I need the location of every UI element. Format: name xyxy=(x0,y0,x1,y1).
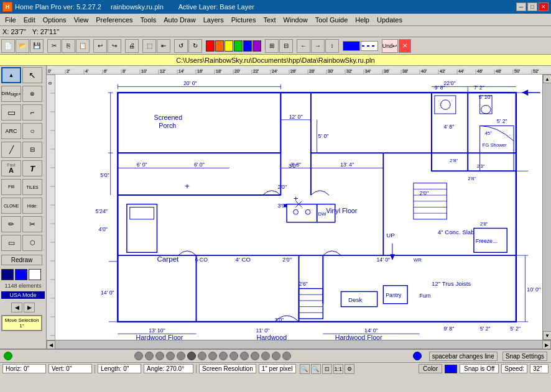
undo-button[interactable]: ↩ xyxy=(93,39,107,53)
move-selection-button[interactable]: Move Selection 1" xyxy=(1,315,42,331)
select-all-button[interactable]: ⊞ xyxy=(265,39,279,53)
redraw-btn[interactable]: Redraw xyxy=(1,255,45,265)
snap-dot-10[interactable] xyxy=(229,352,238,360)
nav-left[interactable]: ◀ xyxy=(11,303,22,312)
tool-fill[interactable]: Fill xyxy=(1,179,21,195)
snap-dot-9[interactable] xyxy=(219,352,228,360)
scroll-left-button[interactable]: ◀ xyxy=(47,340,55,349)
scroll-track-horizontal[interactable] xyxy=(55,340,542,349)
snap-dot-1[interactable] xyxy=(134,352,143,360)
redo-button[interactable]: ↪ xyxy=(108,39,121,53)
menu-layers[interactable]: Layers xyxy=(200,15,228,25)
tool-line2[interactable]: ⊟ xyxy=(22,142,42,158)
tool-text-fast[interactable]: Fast A xyxy=(1,160,21,176)
scroll-up-button[interactable]: ▲ xyxy=(543,75,551,83)
tool-snap[interactable]: ⊕ xyxy=(22,86,42,102)
color-purple[interactable] xyxy=(252,40,261,52)
tool-line[interactable]: ╱ xyxy=(1,142,21,158)
snap-dot-4[interactable] xyxy=(166,352,175,360)
usa-mode-btn[interactable]: USA Mode xyxy=(1,291,45,299)
snap-settings-btn2[interactable]: Snap Settings xyxy=(502,352,547,361)
menu-tools[interactable]: Tools xyxy=(137,15,160,25)
rotate-right-button[interactable]: ↻ xyxy=(188,39,202,53)
line-dashed[interactable] xyxy=(361,41,378,51)
horizontal-scrollbar[interactable]: ◀ ▶ xyxy=(47,340,551,349)
paste-button[interactable]: 📋 xyxy=(76,39,90,53)
tool-text-bold[interactable]: T xyxy=(22,160,42,176)
color-red[interactable] xyxy=(206,40,215,52)
snap-dot-5[interactable] xyxy=(177,352,185,360)
menu-view[interactable]: View xyxy=(70,15,93,25)
snap-blue-dot[interactable] xyxy=(413,352,422,360)
tool-hide[interactable]: Hide: xyxy=(22,198,42,214)
color-yellow[interactable] xyxy=(225,40,233,52)
vertical-scrollbar[interactable]: ▲ ▼ xyxy=(542,75,551,340)
zoom-prev-button[interactable]: ⇤ xyxy=(157,39,170,53)
deselect-button[interactable]: ⊟ xyxy=(279,39,293,53)
maximize-button[interactable]: □ xyxy=(527,2,537,11)
menu-options[interactable]: Options xyxy=(39,15,70,25)
tool-clone[interactable]: CLONE xyxy=(1,198,21,214)
tool-polygon[interactable]: ⬡ xyxy=(22,235,42,251)
tool-eraser[interactable]: ✂ xyxy=(22,216,42,232)
menu-help[interactable]: Help xyxy=(351,15,373,25)
canvas-drawing-area[interactable]: Screened Porch 20' 0" 6' 0" 6' 0" xyxy=(55,75,542,340)
menu-window[interactable]: Window xyxy=(280,15,312,25)
snap-dot-11[interactable] xyxy=(240,352,249,360)
tool-arc[interactable]: ARC xyxy=(1,123,21,139)
nav-right[interactable]: ▶ xyxy=(24,303,35,312)
scroll-right-button[interactable]: ▶ xyxy=(542,340,551,349)
open-button[interactable]: 📂 xyxy=(16,39,29,53)
undo-red-button[interactable]: ✕ xyxy=(399,39,411,53)
zoom-out-btn[interactable]: 🔍 xyxy=(311,364,321,374)
print-button[interactable]: 🖨 xyxy=(125,39,139,53)
zoom-fit-btn[interactable]: ⊡ xyxy=(322,364,332,374)
snap-dot-3[interactable] xyxy=(155,352,164,360)
zoom-in-btn[interactable]: 🔍 xyxy=(300,364,310,374)
menu-file[interactable]: File xyxy=(1,15,20,25)
snap-settings-btn[interactable]: spacebar changes line xyxy=(429,352,498,361)
zoom-opt-btn[interactable]: ⚙ xyxy=(345,364,354,374)
arrow-right-button[interactable]: → xyxy=(311,39,325,53)
snap-green-dot[interactable] xyxy=(4,352,12,360)
tool-door[interactable]: ⌐ xyxy=(22,104,42,121)
menu-preferences[interactable]: Preferences xyxy=(92,15,136,25)
menu-pictures[interactable]: Pictures xyxy=(228,15,260,25)
color-bg2[interactable] xyxy=(29,269,41,280)
menu-autodraw[interactable]: Auto Draw xyxy=(160,15,199,25)
tool-wall[interactable]: ▭ xyxy=(1,104,21,121)
snap-dot-6[interactable] xyxy=(187,352,196,360)
current-color-swatch[interactable] xyxy=(445,365,457,373)
menu-text[interactable]: Text xyxy=(259,15,279,25)
cut-button[interactable]: ✂ xyxy=(47,39,61,53)
scroll-down-button[interactable]: ▼ xyxy=(543,331,551,340)
line-solid[interactable] xyxy=(343,41,360,51)
tool-pencil[interactable]: ✏ xyxy=(1,216,21,232)
color-fg[interactable] xyxy=(1,269,14,280)
copy-button[interactable]: ⎘ xyxy=(62,39,75,53)
scroll-track-vertical[interactable] xyxy=(543,83,551,331)
snap-dot-8[interactable] xyxy=(208,352,217,360)
color-blue[interactable] xyxy=(243,40,252,52)
new-button[interactable]: 📄 xyxy=(1,39,15,53)
menu-updates[interactable]: Updates xyxy=(373,15,406,25)
tool-pointer2[interactable]: ↖ xyxy=(22,67,42,83)
tool-pointer[interactable]: ▲ xyxy=(1,67,21,83)
zoom-100-btn[interactable]: 1:1 xyxy=(333,364,343,374)
rotate-left-button[interactable]: ↺ xyxy=(174,39,188,53)
arrow-left-button[interactable]: ← xyxy=(297,39,310,53)
color-bg[interactable] xyxy=(15,269,27,280)
minimize-button[interactable]: ─ xyxy=(516,2,526,11)
color-green[interactable] xyxy=(234,40,243,52)
vertical-button[interactable]: ↕ xyxy=(325,39,339,53)
menu-toolguide[interactable]: Tool Guide xyxy=(312,15,352,25)
menu-edit[interactable]: Edit xyxy=(20,15,39,25)
tool-rect[interactable]: ▭ xyxy=(1,235,21,251)
undo2-button[interactable]: Und↩ xyxy=(382,39,398,53)
close-button[interactable]: ✕ xyxy=(539,2,549,11)
color-orange[interactable] xyxy=(215,40,224,52)
snap-dot-2[interactable] xyxy=(145,352,154,360)
save-button[interactable]: 💾 xyxy=(30,39,44,53)
tool-dim[interactable]: DIMsign+ xyxy=(1,86,21,102)
snap-dot-7[interactable] xyxy=(198,352,206,360)
